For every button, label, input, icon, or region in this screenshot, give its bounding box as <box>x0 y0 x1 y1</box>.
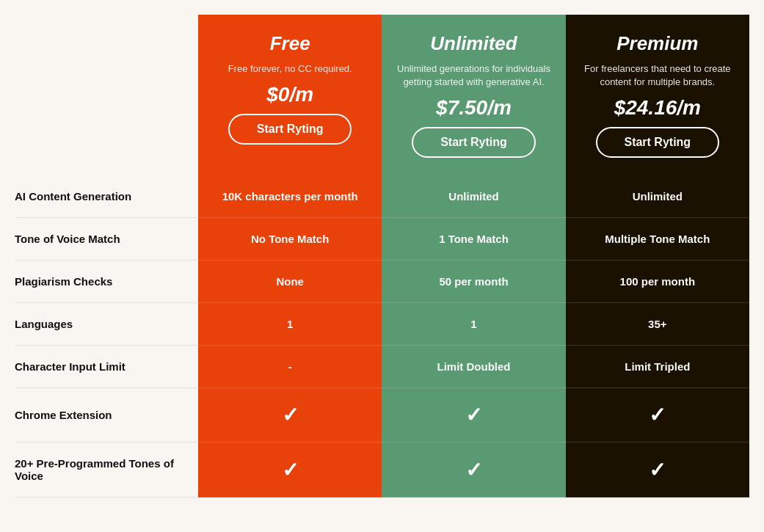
plan-header-free: Free Free forever, no CC required. $0/m … <box>198 15 382 175</box>
header-empty-cell <box>15 15 198 175</box>
feature-value-premium-languages: 35+ <box>566 303 749 346</box>
value-unlimited-plagiarism: 50 per month <box>439 275 508 288</box>
premium-plan-price: $24.16/m <box>614 96 701 120</box>
feature-value-free-chrome-ext: ✓ <box>198 388 382 442</box>
premium-plan-name: Premium <box>616 32 698 55</box>
feature-label-plagiarism: Plagiarism Checks <box>15 260 198 303</box>
feature-value-premium-chrome-ext: ✓ <box>566 388 749 442</box>
value-premium-languages: 35+ <box>648 318 666 330</box>
premium-start-button[interactable]: Start Ryting <box>596 127 719 158</box>
free-plan-name: Free <box>270 32 310 55</box>
checkmark-free: ✓ <box>282 403 299 427</box>
free-plan-price: $0/m <box>266 83 313 106</box>
feature-value-free-languages: 1 <box>198 303 382 346</box>
feature-value-unlimited-plagiarism: 50 per month <box>382 260 565 303</box>
feature-label-char-limit: Character Input Limit <box>15 346 198 388</box>
value-free-plagiarism: None <box>276 275 304 288</box>
unlimited-plan-name: Unlimited <box>430 32 517 55</box>
feature-value-free-ai-content: 10K characters per month <box>198 175 382 218</box>
value-premium-char-limit: Limit Tripled <box>625 360 690 373</box>
feature-value-unlimited-tones-of-voice: ✓ <box>382 442 565 498</box>
feature-value-free-plagiarism: None <box>198 260 382 303</box>
feature-label-tones-of-voice: 20+ Pre-Programmed Tones of Voice <box>15 442 198 498</box>
feature-value-premium-tone-match: Multiple Tone Match <box>566 218 749 260</box>
value-unlimited-languages: 1 <box>470 318 476 330</box>
checkmark-free: ✓ <box>282 458 299 482</box>
feature-value-premium-tones-of-voice: ✓ <box>566 442 749 498</box>
feature-value-premium-plagiarism: 100 per month <box>566 260 749 303</box>
feature-value-free-tones-of-voice: ✓ <box>198 442 382 498</box>
value-free-ai-content: 10K characters per month <box>222 190 358 203</box>
feature-label-chrome-ext: Chrome Extension <box>15 388 198 442</box>
pricing-table: Free Free forever, no CC required. $0/m … <box>15 15 749 498</box>
checkmark-unlimited: ✓ <box>465 458 482 482</box>
unlimited-plan-description: Unlimited generations for individuals ge… <box>396 62 550 89</box>
free-plan-description: Free forever, no CC required. <box>228 62 352 76</box>
value-free-char-limit: - <box>288 360 292 373</box>
feature-value-unlimited-ai-content: Unlimited <box>382 175 565 218</box>
premium-plan-description: For freelancers that need to create cont… <box>581 62 735 89</box>
value-unlimited-ai-content: Unlimited <box>448 190 498 203</box>
value-premium-tone-match: Multiple Tone Match <box>605 233 710 245</box>
free-start-button[interactable]: Start Ryting <box>228 114 352 145</box>
value-free-tone-match: No Tone Match <box>251 233 329 245</box>
plan-header-unlimited: Unlimited Unlimited generations for indi… <box>382 15 565 175</box>
value-premium-plagiarism: 100 per month <box>620 275 696 288</box>
feature-label-ai-content: AI Content Generation <box>15 175 198 218</box>
feature-label-languages: Languages <box>15 303 198 346</box>
feature-value-free-tone-match: No Tone Match <box>198 218 382 260</box>
feature-value-unlimited-char-limit: Limit Doubled <box>382 346 565 388</box>
value-premium-ai-content: Unlimited <box>633 190 683 203</box>
value-unlimited-tone-match: 1 Tone Match <box>439 233 509 245</box>
feature-value-premium-ai-content: Unlimited <box>566 175 749 218</box>
value-free-languages: 1 <box>287 318 293 330</box>
feature-value-premium-char-limit: Limit Tripled <box>566 346 749 388</box>
checkmark-premium: ✓ <box>649 403 666 427</box>
feature-value-unlimited-tone-match: 1 Tone Match <box>382 218 565 260</box>
feature-value-unlimited-chrome-ext: ✓ <box>382 388 565 442</box>
unlimited-plan-price: $7.50/m <box>436 96 512 120</box>
unlimited-start-button[interactable]: Start Ryting <box>412 127 535 158</box>
checkmark-unlimited: ✓ <box>465 403 482 427</box>
checkmark-premium: ✓ <box>649 458 666 482</box>
feature-label-tone-match: Tone of Voice Match <box>15 218 198 260</box>
plan-header-premium: Premium For freelancers that need to cre… <box>566 15 749 175</box>
feature-value-unlimited-languages: 1 <box>382 303 565 346</box>
feature-value-free-char-limit: - <box>198 346 382 388</box>
value-unlimited-char-limit: Limit Doubled <box>437 360 510 373</box>
